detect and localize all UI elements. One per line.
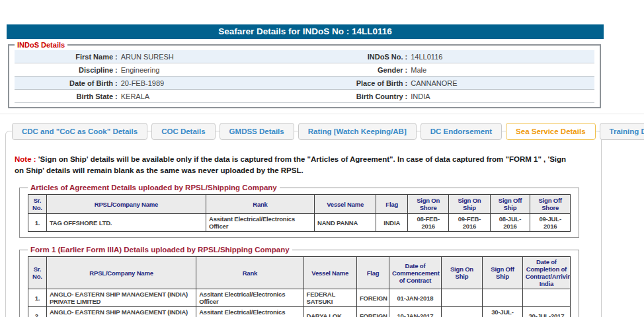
table-row: 2. ANGLO- EASTERN SHIP MANAGEMENT (INDIA… xyxy=(28,307,571,317)
cell-sr-no: 2. xyxy=(28,307,47,317)
field-birth-state: Birth State: KERALA xyxy=(15,92,305,100)
col-sign-off-shore: Sign Off Shore xyxy=(530,195,571,214)
col-flag: Flag xyxy=(356,257,389,289)
colon: : xyxy=(403,79,411,87)
cell-vessel: FEDERAL SATSUKI xyxy=(303,289,356,307)
col-flag: Flag xyxy=(376,195,408,214)
gender-label: Gender xyxy=(305,66,403,74)
indos-details-fieldset: INDoS Details First Name: ARUN SURESH IN… xyxy=(8,41,601,108)
cell-date-of-commencement: 01-JAN-2018 xyxy=(389,289,442,307)
table-header-row: Sr. No. RPSL/Company Name Rank Vessel Na… xyxy=(28,195,571,214)
cell-date-of-completion xyxy=(522,289,570,307)
col-vessel-name: Vessel Name xyxy=(314,195,376,214)
place-of-birth-label: Place of Birth xyxy=(305,79,403,87)
tab-sea-service-details[interactable]: Sea Service Details xyxy=(506,123,596,140)
col-sign-on-ship: Sign On Ship xyxy=(441,257,482,289)
cell-sign-off-ship xyxy=(483,289,523,307)
articles-of-agreement-table: Sr. No. RPSL/Company Name Rank Vessel Na… xyxy=(28,194,571,232)
colon: : xyxy=(113,53,121,61)
sea-service-tab-panel: Note : 'Sign on Ship' details will be av… xyxy=(5,131,602,317)
cell-flag: FOREIGN xyxy=(356,307,389,317)
date-of-birth-label: Date of Birth xyxy=(15,79,113,87)
colon: : xyxy=(403,53,411,61)
col-sign-off-ship: Sign Off Ship xyxy=(483,257,523,289)
cell-company: ANGLO- EASTERN SHIP MANAGEMENT (INDIA) P… xyxy=(46,289,196,307)
info-row-discipline: Discipline: Engineering Gender: Male xyxy=(15,63,594,77)
colon: : xyxy=(403,66,411,74)
cell-date-of-completion: 30-JUL-2017 xyxy=(522,307,570,317)
cell-vessel: DARYA LOK xyxy=(303,307,356,317)
colon: : xyxy=(113,66,121,74)
cell-rank: Assitant Electrical/Electronics Officer xyxy=(206,214,314,232)
field-birth-country: Birth Country: INDIA xyxy=(305,92,595,100)
cell-sign-off-shore: 09-JUL-2016 xyxy=(530,214,571,232)
indos-no-value: 14LL0116 xyxy=(411,53,442,61)
col-sr-no: Sr. No. xyxy=(28,257,47,289)
table-row: 1. TAG OFFSHORE LTD. Assitant Electrical… xyxy=(28,214,571,232)
indos-details-legend: INDoS Details xyxy=(15,41,67,49)
cell-date-of-commencement: 10-JAN-2017 xyxy=(389,307,442,317)
colon: : xyxy=(113,92,121,100)
discipline-value: Engineering xyxy=(121,66,160,74)
cell-sign-on-ship xyxy=(441,307,482,317)
col-sign-on-shore: Sign On Shore xyxy=(407,195,448,214)
info-row-first-name: First Name: ARUN SURESH INDoS No.: 14LL0… xyxy=(15,50,594,63)
colon: : xyxy=(403,92,411,100)
cell-sr-no: 1. xyxy=(28,214,47,232)
field-indos-no: INDoS No.: 14LL0116 xyxy=(305,53,595,61)
note-body: 'Sign on Ship' details will be available… xyxy=(15,155,566,174)
note-prefix: Note : xyxy=(15,155,36,163)
tab-rating-watch-keeping-ab[interactable]: Rating [Watch Keeping/AB] xyxy=(298,123,417,140)
table-header-row: Sr. No. RPSL/Company Name Rank Vessel Na… xyxy=(28,257,571,289)
gender-value: Male xyxy=(411,66,426,74)
birth-country-label: Birth Country xyxy=(305,92,403,100)
field-date-of-birth: Date of Birth: 20-FEB-1989 xyxy=(15,79,305,87)
cell-rank: Assitant Electrical/Electronics Officer xyxy=(196,307,303,317)
col-date-of-completion: Date of Completion of Contract/Arriving … xyxy=(522,257,570,289)
tab-dc-endorsement[interactable]: DC Endorsement xyxy=(421,123,502,140)
col-sr-no: Sr. No. xyxy=(28,195,47,214)
col-sign-off-ship: Sign Off Ship xyxy=(490,195,530,214)
cell-sign-on-ship xyxy=(441,289,482,307)
field-first-name: First Name: ARUN SURESH xyxy=(15,53,305,61)
colon: : xyxy=(113,79,121,87)
title-bar: Seafarer Details for INDoS No : 14LL0116 xyxy=(7,24,604,39)
first-name-label: First Name xyxy=(15,53,113,61)
cell-sign-off-ship: 08-JUL-2016 xyxy=(490,214,530,232)
cell-sr-no: 1. xyxy=(28,289,47,307)
tab-training-details[interactable]: Training Details xyxy=(600,123,644,140)
col-rank: Rank xyxy=(196,257,303,289)
cell-sign-on-shore: 08-FEB-2016 xyxy=(407,214,448,232)
field-gender: Gender: Male xyxy=(305,66,595,74)
note-text: Note : 'Sign on Ship' details will be av… xyxy=(15,154,575,176)
cell-company: TAG OFFSHORE LTD. xyxy=(46,214,206,232)
cell-company: ANGLO- EASTERN SHIP MANAGEMENT (INDIA) P… xyxy=(46,307,196,317)
tab-gmdss-details[interactable]: GMDSS Details xyxy=(220,123,294,140)
seafarer-details-page: Seafarer Details for INDoS No : 14LL0116… xyxy=(0,24,644,317)
date-of-birth-value: 20-FEB-1989 xyxy=(121,79,164,87)
birth-state-value: KERALA xyxy=(121,92,149,100)
cell-sign-on-ship: 09-FEB-2016 xyxy=(449,214,490,232)
tab-bar: CDC and "CoC as Cook" Details COC Detail… xyxy=(12,123,644,140)
cell-rank: Assitant Electrical/Electronics Officer xyxy=(196,289,303,307)
page-title: Seafarer Details for INDoS No : 14LL0116 xyxy=(218,26,392,36)
tab-cdc-coc-as-cook-details[interactable]: CDC and "CoC as Cook" Details xyxy=(12,123,147,140)
info-row-birth-state: Birth State: KERALA Birth Country: INDIA xyxy=(15,90,594,103)
articles-of-agreement-fieldset: Articles of Agreement Details uploaded b… xyxy=(19,184,579,238)
tab-coc-details[interactable]: COC Details xyxy=(151,123,215,140)
divider xyxy=(0,114,644,114)
discipline-label: Discipline xyxy=(15,66,113,74)
col-rpsl-company-name: RPSL/Company Name xyxy=(46,195,206,214)
indos-no-label: INDoS No. xyxy=(305,53,403,61)
col-rpsl-company-name: RPSL/Company Name xyxy=(46,257,196,289)
col-date-of-commencement: Date of Commencement of Contract xyxy=(389,257,442,289)
cell-vessel: NAND PANNA xyxy=(314,214,376,232)
cell-sign-off-ship: 30-JUL-2017 xyxy=(483,307,523,317)
articles-of-agreement-legend: Articles of Agreement Details uploaded b… xyxy=(28,184,280,192)
info-row-date-of-birth: Date of Birth: 20-FEB-1989 Place of Birt… xyxy=(15,77,594,90)
col-sign-on-ship: Sign On Ship xyxy=(449,195,490,214)
cell-flag: FOREIGN xyxy=(356,289,389,307)
field-place-of-birth: Place of Birth: CANNANORE xyxy=(305,79,595,87)
form1-table: Sr. No. RPSL/Company Name Rank Vessel Na… xyxy=(28,256,571,317)
cell-flag: INDIA xyxy=(376,214,408,232)
